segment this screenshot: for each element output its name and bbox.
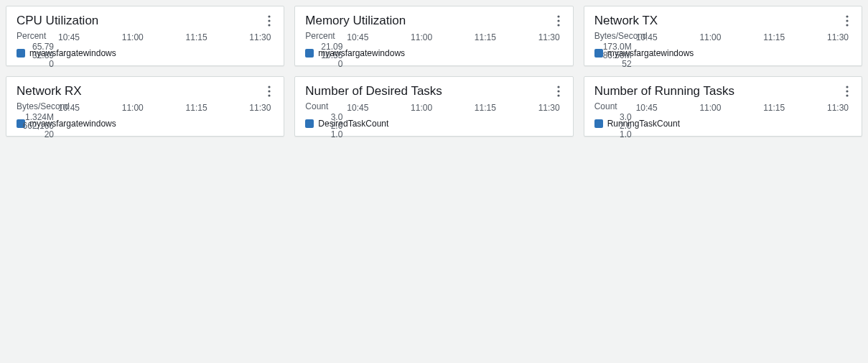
card-cpu-utilization: CPU Utilization Percent 65.79 32.89 0 10…	[6, 6, 284, 66]
svg-point-32	[846, 94, 848, 96]
x-axis: 10:45 11:00 11:15 11:30	[347, 32, 559, 42]
card-menu-button[interactable]	[554, 14, 563, 28]
card-menu-button[interactable]	[843, 14, 851, 28]
legend: DesiredTaskCount	[305, 119, 562, 129]
svg-point-13	[846, 19, 848, 22]
card-title: Number of Running Tasks	[594, 84, 734, 98]
x-axis: 10:45 11:00 11:15 11:30	[58, 32, 271, 42]
svg-point-26	[557, 94, 559, 96]
x-axis: 10:45 11:00 11:15 11:30	[636, 103, 849, 113]
card-menu-button[interactable]	[265, 84, 274, 98]
vertical-dots-icon	[846, 15, 849, 27]
card-title: Memory Utilization	[305, 14, 406, 28]
vertical-dots-icon	[557, 15, 560, 27]
legend: myawsfargatewindows	[17, 119, 274, 129]
vertical-dots-icon	[557, 86, 560, 97]
svg-point-18	[269, 86, 271, 88]
card-memory-utilization: Memory Utilization Percent 21.09 10.55 0…	[294, 6, 573, 66]
svg-point-7	[557, 19, 559, 22]
legend: RunningTaskCount	[594, 119, 851, 129]
svg-point-1	[269, 19, 271, 22]
svg-point-31	[846, 90, 848, 92]
metrics-dashboard: CPU Utilization Percent 65.79 32.89 0 10…	[0, 0, 868, 142]
svg-point-30	[846, 86, 848, 88]
svg-point-19	[269, 90, 271, 92]
svg-point-25	[557, 90, 559, 92]
card-desired-tasks: Number of Desired Tasks Count 3.0 2.0 1.…	[294, 76, 573, 137]
x-axis: 10:45 11:00 11:15 11:30	[58, 103, 271, 113]
svg-point-0	[269, 15, 271, 17]
vertical-dots-icon	[268, 15, 271, 27]
x-axis: 10:45 11:00 11:15 11:30	[636, 32, 849, 42]
legend: myawsfargatewindows	[594, 48, 851, 58]
vertical-dots-icon	[846, 86, 849, 97]
svg-point-20	[269, 94, 271, 96]
x-axis: 10:45 11:00 11:15 11:30	[347, 103, 559, 113]
card-network-tx: Network TX Bytes/Second 173.0M 86.50M 52…	[584, 6, 862, 66]
svg-point-2	[269, 24, 271, 26]
card-menu-button[interactable]	[265, 14, 274, 28]
card-network-rx: Network RX Bytes/Second 1.324M 662,166 2…	[6, 76, 284, 137]
legend: myawsfargatewindows	[305, 48, 562, 58]
card-running-tasks: Number of Running Tasks Count 3.0 2.0 1.…	[584, 76, 862, 137]
card-title: CPU Utilization	[17, 14, 98, 28]
legend: myawsfargatewindows	[17, 48, 274, 58]
vertical-dots-icon	[268, 86, 271, 97]
svg-point-12	[846, 15, 848, 17]
card-title: Network RX	[17, 84, 82, 98]
card-menu-button[interactable]	[843, 84, 851, 98]
svg-point-24	[557, 86, 559, 88]
svg-point-8	[557, 24, 559, 26]
svg-point-6	[557, 15, 559, 17]
card-title: Network TX	[594, 14, 658, 28]
svg-point-14	[846, 24, 848, 26]
card-title: Number of Desired Tasks	[305, 84, 442, 98]
card-menu-button[interactable]	[554, 84, 563, 98]
